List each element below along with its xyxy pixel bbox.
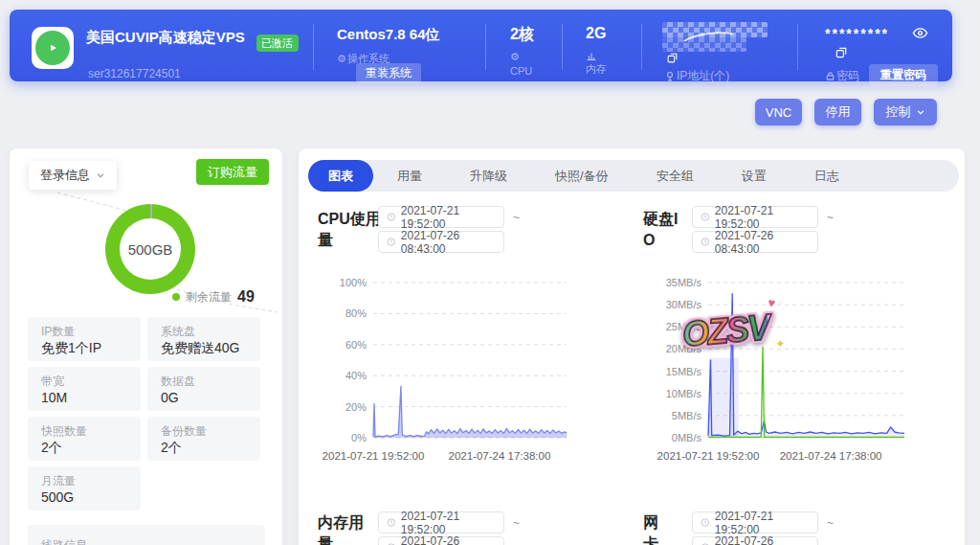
watermark-text: OZSV bbox=[680, 307, 769, 354]
control-label: 控制 bbox=[886, 103, 911, 121]
server-id: ser312617724501 bbox=[88, 67, 181, 80]
watermark-sticker: OZSV ♥ ✦ bbox=[680, 307, 769, 355]
divider bbox=[562, 24, 563, 70]
tab-snapshot-backup[interactable]: 快照/备份 bbox=[531, 160, 633, 192]
vnc-button[interactable]: VNC bbox=[755, 99, 802, 125]
svg-text:0MB/s: 0MB/s bbox=[672, 432, 702, 443]
disk-date-to-input[interactable]: 2021-07-26 08:43:00 bbox=[692, 231, 818, 253]
server-title: 美国CUVIP高速稳定VPS bbox=[86, 29, 251, 47]
svg-text:15MB/s: 15MB/s bbox=[666, 366, 702, 377]
date-value: 2021-07-26 08:43:00 bbox=[715, 534, 810, 545]
password-masked: ********* bbox=[825, 26, 889, 41]
play-icon bbox=[35, 31, 70, 65]
legend-label: 剩余流量 bbox=[186, 289, 232, 306]
divider bbox=[641, 24, 642, 70]
traffic-total: 500GB bbox=[105, 241, 195, 258]
stat-value: 2个 bbox=[41, 440, 62, 457]
memory-chart-title: 内存用量 bbox=[318, 512, 368, 545]
copy-password-icon[interactable] bbox=[835, 46, 848, 59]
date-range-separator: ~ bbox=[827, 211, 834, 224]
cpu-usage-chart: 100%80%60%40%20%0%2021-07-21 19:52:00202… bbox=[316, 264, 635, 469]
stat-label: 备份数量 bbox=[161, 423, 207, 440]
svg-text:80%: 80% bbox=[345, 307, 367, 319]
tab-security-group[interactable]: 安全组 bbox=[633, 160, 718, 192]
svg-text:60%: 60% bbox=[345, 339, 367, 351]
stat-card-ip: IP数量 免费1个IP bbox=[28, 317, 141, 361]
date-value: 2021-07-26 08:43:00 bbox=[401, 534, 496, 545]
server-power-indicator[interactable] bbox=[32, 27, 74, 69]
disk-chart-title: 硬盘IO bbox=[643, 209, 679, 250]
stat-value: 0G bbox=[161, 390, 179, 405]
star-icon: ✦ bbox=[775, 337, 786, 352]
login-info-dropdown[interactable]: 登录信息 bbox=[29, 161, 117, 190]
eye-icon[interactable] bbox=[912, 25, 928, 41]
svg-text:40%: 40% bbox=[345, 370, 367, 381]
clock-icon bbox=[701, 237, 710, 247]
tab-settings[interactable]: 设置 bbox=[718, 160, 791, 192]
location-pin-icon bbox=[664, 71, 676, 82]
stat-label: IP数量 bbox=[41, 324, 75, 340]
divider bbox=[313, 24, 314, 70]
clock-icon bbox=[387, 517, 396, 528]
stat-card-snapshots: 快照数量 2个 bbox=[28, 417, 141, 461]
tab-charts[interactable]: 图表 bbox=[308, 160, 373, 192]
copy-ip-icon[interactable] bbox=[666, 52, 679, 64]
login-info-label: 登录信息 bbox=[40, 167, 90, 184]
stat-value: 10M bbox=[41, 390, 67, 405]
svg-text:2021-07-21 19:52:00: 2021-07-21 19:52:00 bbox=[657, 450, 760, 462]
clock-icon bbox=[701, 517, 710, 528]
tab-upgrade[interactable]: 升降级 bbox=[446, 160, 531, 192]
date-value: 2021-07-26 08:43:00 bbox=[715, 229, 810, 256]
stat-label: 快照数量 bbox=[41, 423, 87, 440]
memory-date-to-input[interactable]: 2021-07-26 08:43:00 bbox=[378, 536, 504, 545]
cpu-date-to-input[interactable]: 2021-07-26 08:43:00 bbox=[378, 231, 504, 253]
svg-text:100%: 100% bbox=[340, 277, 367, 288]
svg-text:0%: 0% bbox=[351, 432, 367, 443]
divider bbox=[797, 24, 798, 70]
reinstall-os-button[interactable]: 重装系统 bbox=[356, 63, 421, 83]
stat-value: 免费赠送40G bbox=[161, 340, 239, 357]
cpu-label: CPU bbox=[510, 64, 532, 78]
svg-text:2021-07-24 17:38:00: 2021-07-24 17:38:00 bbox=[780, 450, 882, 462]
stat-card-backups: 备份数量 2个 bbox=[147, 417, 260, 461]
stat-label: 数据盘 bbox=[161, 374, 195, 390]
cpu-date-from-input[interactable]: 2021-07-21 19:52:00 bbox=[378, 206, 504, 228]
clock-icon bbox=[387, 212, 396, 222]
nic-date-to-input[interactable]: 2021-07-26 08:43:00 bbox=[692, 536, 818, 545]
tab-bar: 图表 用量 升降级 快照/备份 安全组 设置 日志 bbox=[308, 160, 959, 192]
stat-card-bottom: 线路信息 bbox=[28, 525, 265, 545]
os-name: Centos7.8 64位 bbox=[337, 26, 440, 44]
lock-icon bbox=[825, 71, 835, 81]
order-traffic-button[interactable]: 订购流量 bbox=[196, 159, 269, 185]
date-range-separator: ~ bbox=[513, 211, 520, 224]
chevron-down-icon bbox=[916, 107, 925, 117]
stat-label: 系统盘 bbox=[161, 324, 195, 340]
memory-value: 2G bbox=[586, 25, 606, 42]
server-header: 美国CUVIP高速稳定VPS 已激活 ser312617724501 Cento… bbox=[10, 10, 952, 81]
stop-button[interactable]: 停用 bbox=[814, 99, 861, 125]
legend-dot bbox=[172, 293, 180, 301]
divider bbox=[485, 24, 486, 70]
date-value: 2021-07-21 19:52:00 bbox=[401, 204, 496, 231]
date-value: 2021-07-21 19:52:00 bbox=[715, 204, 810, 231]
reset-password-button[interactable]: 重置密码 bbox=[869, 64, 938, 86]
svg-text:30MB/s: 30MB/s bbox=[666, 299, 702, 310]
cpu-chart-title: CPU使用量 bbox=[318, 209, 381, 250]
date-range-separator: ~ bbox=[827, 516, 834, 530]
stat-label: 带宽 bbox=[41, 374, 64, 390]
disk-date-from-input[interactable]: 2021-07-21 19:52:00 bbox=[692, 206, 818, 228]
nic-date-from-input[interactable]: 2021-07-21 19:52:00 bbox=[692, 511, 818, 534]
stat-value: 免费1个IP bbox=[41, 340, 101, 357]
tab-usage[interactable]: 用量 bbox=[373, 160, 446, 192]
clock-icon bbox=[387, 237, 396, 247]
control-dropdown-button[interactable]: 控制 bbox=[874, 99, 937, 125]
tab-logs[interactable]: 日志 bbox=[791, 160, 863, 192]
svg-text:2021-07-21 19:52:00: 2021-07-21 19:52:00 bbox=[323, 450, 425, 462]
nic-chart-title: 网卡 bbox=[643, 512, 662, 545]
date-range-separator: ~ bbox=[513, 516, 520, 530]
stat-card-monthly-traffic: 月流量 500G bbox=[28, 466, 141, 511]
stat-card-sysdisk: 系统盘 免费赠送40G bbox=[147, 317, 260, 361]
stat-card-bandwidth: 带宽 10M bbox=[28, 367, 141, 411]
memory-date-from-input[interactable]: 2021-07-21 19:52:00 bbox=[378, 511, 504, 534]
clock-icon bbox=[701, 212, 710, 222]
